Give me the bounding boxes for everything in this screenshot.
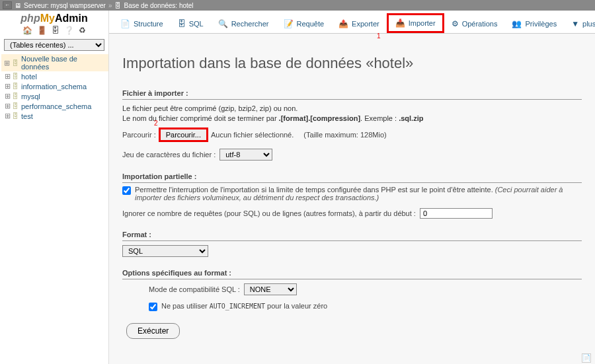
- tab-more[interactable]: ▼plus: [564, 13, 595, 33]
- sidebar-item-mysql[interactable]: ⊞🗄mysql: [1, 91, 108, 101]
- charset-select[interactable]: utf-8: [219, 149, 272, 161]
- browse-button[interactable]: Parcourir...: [160, 129, 207, 141]
- charset-label: Jeu de caractères du fichier :: [122, 151, 216, 159]
- query-icon[interactable]: 🗄: [52, 26, 60, 35]
- sidebar-item-label: mysql: [21, 92, 40, 100]
- tab-privileges[interactable]: 👥Privilèges: [504, 13, 564, 33]
- section-file: Fichier à importer :: [122, 87, 582, 100]
- tab-privileges-icon: 👥: [512, 19, 522, 28]
- tab-label: Privilèges: [525, 20, 557, 28]
- section-options: Options spécifiques au format :: [122, 266, 582, 279]
- allow-interrupt-label: Permettre l'interruption de l'importatio…: [135, 186, 582, 201]
- reload-icon[interactable]: ♻: [79, 26, 86, 35]
- tab-structure-icon: 📄: [120, 19, 130, 28]
- tab-import[interactable]: 📥Importer: [387, 13, 444, 33]
- expand-icon[interactable]: ⊞: [3, 92, 12, 100]
- db-icon: 🗄: [12, 59, 21, 67]
- execute-button[interactable]: Exécuter: [126, 323, 180, 339]
- browse-label: Parcourir :: [122, 131, 156, 139]
- tab-import-icon: 📥: [395, 18, 405, 28]
- collapse-sidebar-button[interactable]: ←: [3, 1, 12, 9]
- expand-icon[interactable]: ⊞: [3, 72, 12, 81]
- db-icon: 🗄: [114, 2, 121, 9]
- phpmyadmin-logo[interactable]: phpMyAdmin: [0, 11, 108, 25]
- tab-search-icon: 🔍: [218, 19, 228, 28]
- server-breadcrumb: ← 🖥 Serveur: mysql wampserver » 🗄 Base d…: [0, 0, 595, 11]
- docs-icon[interactable]: ❔: [64, 26, 74, 35]
- compat-label: Mode de compatibilité SQL :: [149, 285, 240, 293]
- tab-structure[interactable]: 📄Structure: [113, 13, 171, 33]
- expand-icon[interactable]: ⊞: [3, 102, 12, 110]
- expand-icon[interactable]: ⊞: [3, 82, 12, 91]
- compat-select[interactable]: NONE: [244, 283, 297, 295]
- sidebar-item-test[interactable]: ⊞🗄test: [1, 111, 108, 121]
- sidebar-item-label: Nouvelle base de données: [21, 55, 107, 71]
- tabs: 📄Structure🗄SQL🔍Rechercher📝Requête📤Export…: [109, 11, 595, 34]
- home-icon[interactable]: 🏠: [22, 26, 32, 35]
- sidebar-item-label: hotel: [21, 73, 37, 81]
- tab-search[interactable]: 🔍Rechercher: [211, 13, 276, 33]
- no-autoincrement-label: Ne pas utiliser AUTO_INCREMENT pour la v…: [161, 302, 327, 310]
- tab-export-icon: 📤: [338, 19, 348, 28]
- server-icon: 🖥: [15, 2, 21, 9]
- db-icon: 🗄: [12, 83, 21, 90]
- sidebar-item-label: performance_schema: [21, 102, 91, 110]
- tab-query-icon: 📝: [284, 19, 294, 28]
- tab-query[interactable]: 📝Requête: [276, 13, 332, 33]
- db-icon: 🗄: [12, 92, 21, 100]
- sidebar-item-hotel[interactable]: ⊞🗄hotel: [1, 71, 108, 81]
- sidebar-item-label: information_schema: [21, 83, 87, 91]
- db-icon: 🗄: [12, 73, 21, 80]
- tab-label: Requête: [297, 20, 325, 28]
- notes-icon[interactable]: 📄: [582, 353, 591, 363]
- skip-label: Ignorer ce nombre de requêtes (pour SQL)…: [122, 209, 416, 217]
- expand-icon[interactable]: ⊞: [3, 59, 12, 67]
- db-icon: 🗄: [12, 112, 21, 120]
- help-compress: Le fichier peut être comprimé (gzip, bzi…: [122, 100, 582, 125]
- sidebar-item-performance_schema[interactable]: ⊞🗄performance_schema: [1, 101, 108, 111]
- tab-label: Opérations: [462, 20, 498, 28]
- tab-label: Importer: [409, 19, 436, 27]
- db-tree: ⊞🗄Nouvelle base de données⊞🗄hotel⊞🗄infor…: [0, 53, 108, 121]
- tab-more-icon: ▼: [571, 19, 579, 28]
- page-title: Importation dans la base de données «hot…: [122, 50, 582, 81]
- tab-operations[interactable]: ⚙Opérations: [444, 13, 505, 33]
- tab-label: Structure: [134, 20, 163, 28]
- expand-icon[interactable]: ⊞: [3, 112, 12, 120]
- sidebar-item-label: test: [21, 112, 33, 120]
- tab-label: SQL: [189, 20, 204, 28]
- tab-sql[interactable]: 🗄SQL: [171, 13, 211, 33]
- tab-label: plus: [582, 20, 595, 28]
- tab-operations-icon: ⚙: [452, 19, 459, 28]
- logout-icon[interactable]: 🚪: [37, 26, 47, 35]
- max-size: (Taille maximum: 128Mio): [303, 131, 386, 139]
- skip-input[interactable]: [420, 208, 493, 219]
- allow-interrupt-checkbox[interactable]: [122, 186, 131, 195]
- tab-export[interactable]: 📤Exporter: [331, 13, 387, 33]
- sidebar-item-nouvelle-base-de-données[interactable]: ⊞🗄Nouvelle base de données: [1, 54, 108, 71]
- sidebar-item-information_schema[interactable]: ⊞🗄information_schema: [1, 81, 108, 91]
- annotation-2: 2: [154, 120, 158, 127]
- tab-sql-icon: 🗄: [178, 19, 186, 28]
- no-file-text: Aucun fichier sélectionné.: [211, 131, 294, 139]
- recent-tables-select[interactable]: (Tables récentes) ...: [4, 39, 104, 51]
- format-select[interactable]: SQL: [122, 245, 208, 257]
- tab-label: Exporter: [352, 20, 379, 28]
- db-icon: 🗄: [12, 102, 21, 110]
- tab-label: Rechercher: [231, 20, 269, 28]
- section-partial: Importation partielle :: [122, 170, 582, 183]
- server-label: Serveur: mysql wampserver: [24, 2, 106, 9]
- db-label: Base de données: hotel: [124, 2, 193, 9]
- no-autoincrement-checkbox[interactable]: [149, 303, 157, 311]
- annotation-1: 1: [377, 32, 381, 40]
- section-format: Format :: [122, 228, 582, 241]
